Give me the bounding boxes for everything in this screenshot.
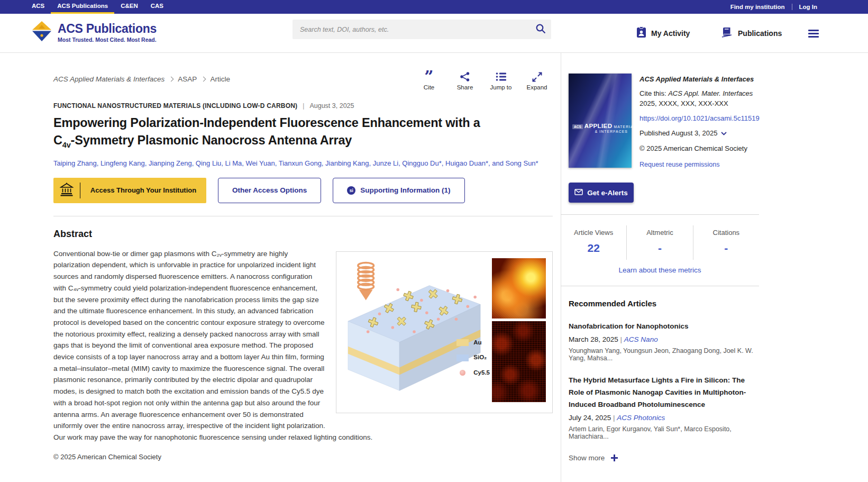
- article-title: Empowering Polarization-Independent Fluo…: [53, 114, 492, 154]
- cite-this-line: Cite this: ACS Appl. Mater. Interfaces 2…: [639, 88, 760, 108]
- copyright-line: © 2025 American Chemical Society: [53, 453, 553, 461]
- publications-label: Publications: [738, 29, 782, 38]
- topnav-divider: [792, 4, 792, 10]
- recommended-meta: July 24, 2025 | ACS Photonics: [569, 414, 759, 422]
- citations-label: Citations: [698, 229, 755, 237]
- supporting-info-button[interactable]: si Supporting Information (1): [333, 178, 464, 203]
- recommended-title[interactable]: The Hybrid Metasurface Lights a Fire in …: [569, 374, 759, 411]
- access-institution-button[interactable]: Access Through Your Institution: [53, 178, 206, 203]
- content-divider: [561, 53, 561, 482]
- article-main: ACS Applied Materials & Interfaces ASAP …: [53, 71, 553, 461]
- chevron-right-icon: [169, 77, 174, 82]
- logo-title: ACS Publications: [58, 22, 157, 35]
- sidebar-journal-title[interactable]: ACS Applied Materials & Interfaces: [639, 75, 760, 84]
- sidebar-copyright: © 2025 American Chemical Society: [639, 144, 760, 153]
- my-activity-button[interactable]: My Activity: [636, 26, 690, 40]
- envelope-icon: [574, 189, 583, 197]
- access-options-row: Access Through Your Institution Other Ac…: [53, 178, 553, 203]
- article-views-value: 22: [565, 242, 622, 254]
- breadcrumb-journal[interactable]: ACS Applied Materials & Interfaces: [53, 75, 165, 83]
- search-bar: [293, 20, 551, 39]
- recommended-meta: March 28, 2025 | ACS Nano: [569, 335, 759, 343]
- other-access-button[interactable]: Other Access Options: [218, 178, 321, 203]
- my-activity-label: My Activity: [651, 29, 690, 38]
- expand-button[interactable]: Expand: [525, 71, 549, 90]
- abstract-heading: Abstract: [53, 229, 553, 240]
- altmetric-metric: Altmetric -: [626, 225, 692, 260]
- share-icon: [460, 71, 470, 83]
- topnav-cas[interactable]: CAS: [144, 0, 170, 14]
- recommended-heading: Recommended Articles: [569, 299, 759, 308]
- fluorescence-map-bright: [492, 258, 546, 319]
- article-views-metric: Article Views 22: [561, 225, 626, 260]
- sidebar-divider: [561, 286, 759, 286]
- cite-button[interactable]: ” Cite: [417, 71, 441, 90]
- article-sidebar: ACS APPLIED MATERIALS & INTERFACES ACS A…: [569, 74, 759, 462]
- breadcrumb-article: Article: [210, 75, 230, 83]
- citations-value: -: [698, 242, 755, 254]
- search-icon[interactable]: [535, 23, 546, 36]
- sidebar-divider: [561, 214, 759, 215]
- abstract-section: Au SiO₂ Cy5.5 Conventional bow-tie or: [53, 248, 553, 443]
- expand-icon: [532, 71, 542, 83]
- recommended-authors: Younghwan Yang, Youngsun Jeon, Zhaogang …: [569, 347, 759, 362]
- journal-cover-thumbnail[interactable]: ACS APPLIED MATERIALS & INTERFACES: [569, 74, 632, 168]
- quote-icon: ”: [424, 72, 433, 81]
- share-button[interactable]: Share: [453, 71, 477, 90]
- author-list[interactable]: Taiping Zhang, Lingfeng Kang, Jianping Z…: [53, 159, 553, 168]
- chevron-down-icon: [721, 129, 727, 138]
- get-e-alerts-label: Get e-Alerts: [587, 189, 628, 197]
- list-icon: [496, 71, 507, 83]
- article-actions: ” Cite Share: [417, 71, 553, 90]
- other-access-label: Other Access Options: [232, 186, 307, 194]
- recommended-article[interactable]: Nanofabrication for Nanophotonics March …: [569, 320, 759, 362]
- breadcrumb: ACS Applied Materials & Interfaces ASAP …: [53, 71, 230, 83]
- login-link[interactable]: Log In: [799, 4, 818, 10]
- search-input[interactable]: [300, 26, 535, 33]
- altmetric-value: -: [631, 242, 688, 254]
- reuse-permissions-link[interactable]: Request reuse permissions: [639, 161, 719, 168]
- recommended-journal-link[interactable]: ACS Nano: [624, 335, 658, 343]
- chevron-right-icon: [201, 77, 206, 82]
- show-more-button[interactable]: Show more: [569, 454, 759, 462]
- breadcrumb-asap[interactable]: ASAP: [178, 75, 197, 83]
- plus-icon: [611, 454, 618, 461]
- get-e-alerts-button[interactable]: Get e-Alerts: [569, 183, 634, 203]
- fluorescence-map-dark: [492, 321, 546, 402]
- menu-icon[interactable]: [808, 30, 819, 40]
- publications-button[interactable]: Publications: [721, 26, 782, 40]
- metrics-panel: Article Views 22 Altmetric - Citations -: [561, 225, 759, 260]
- altmetric-label: Altmetric: [631, 229, 688, 237]
- section-divider: [53, 216, 553, 216]
- subject-category[interactable]: FUNCTIONAL NANOSTRUCTURED MATERIALS (INC…: [53, 102, 297, 110]
- au-swatch: [456, 339, 469, 346]
- top-nav-bar: ACS ACS Publications C&EN CAS Find my in…: [0, 0, 868, 14]
- logo-tagline: Most Trusted. Most Cited. Most Read.: [58, 37, 157, 43]
- find-institution-link[interactable]: Find my institution: [730, 4, 785, 10]
- journal-cover-text: ACS APPLIED MATERIALS & INTERFACES: [572, 123, 628, 133]
- site-header: ACS Publications Most Trusted. Most Cite…: [0, 14, 868, 53]
- recommended-article[interactable]: The Hybrid Metasurface Lights a Fire in …: [569, 374, 759, 440]
- access-institution-label: Access Through Your Institution: [80, 186, 206, 194]
- figure-legend: Au SiO₂ Cy5.5: [456, 337, 490, 379]
- supporting-info-label: Supporting Information (1): [360, 186, 450, 194]
- recommended-title[interactable]: Nanofabrication for Nanophotonics: [569, 320, 759, 332]
- institution-building-icon: [60, 183, 74, 198]
- citations-metric: Citations -: [693, 225, 759, 260]
- published-date-toggle[interactable]: Published August 3, 2025: [639, 129, 760, 138]
- fluorescence-images: [492, 258, 546, 406]
- jump-to-button[interactable]: Jump to: [489, 71, 513, 90]
- abstract-graphic[interactable]: Au SiO₂ Cy5.5: [336, 251, 553, 413]
- topnav-cen[interactable]: C&EN: [114, 0, 144, 14]
- doi-link[interactable]: https://doi.org/10.1021/acsami.5c11519: [639, 114, 760, 123]
- cy55-dot: [460, 370, 465, 376]
- mim-schematic: Au SiO₂ Cy5.5: [343, 258, 488, 406]
- recommended-journal-link[interactable]: ACS Photonics: [617, 414, 665, 422]
- publication-date: August 3, 2025: [309, 102, 354, 110]
- topnav-acs-publications[interactable]: ACS Publications: [51, 0, 114, 14]
- sio2-swatch: [456, 354, 469, 361]
- topnav-acs[interactable]: ACS: [25, 0, 51, 14]
- learn-metrics-link[interactable]: Learn about these metrics: [569, 266, 751, 274]
- id-badge-icon: [636, 26, 646, 40]
- acs-publications-logo[interactable]: ACS Publications Most Trusted. Most Cite…: [31, 20, 157, 44]
